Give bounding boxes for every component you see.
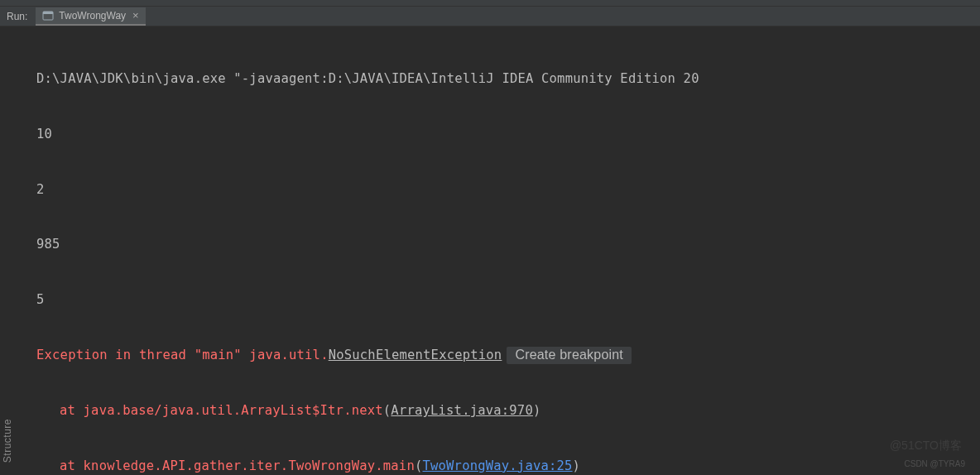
output-line: 2 — [36, 176, 960, 204]
output-line: 5 — [36, 286, 960, 314]
window-top-strip — [0, 0, 980, 7]
trace-prefix: at knowledge.API.gather.iter.TwoWrongWay… — [60, 458, 415, 473]
stack-trace-line: at java.base/java.util.ArrayList$Itr.nex… — [36, 397, 960, 425]
exception-prefix: Exception in thread "main" java.util. — [36, 348, 329, 362]
application-icon — [42, 10, 54, 22]
paren-close: ) — [533, 403, 541, 418]
output-line: 985 — [36, 231, 960, 258]
tab-name: TwoWrongWay — [59, 10, 126, 22]
trace-prefix: at java.base/java.util.ArrayList$Itr.nex… — [60, 403, 383, 418]
exception-class-link[interactable]: NoSuchElementException — [329, 348, 502, 362]
output-line: 10 — [36, 121, 960, 148]
paren-open: ( — [383, 403, 392, 418]
command-line: D:\JAVA\JDK\bin\java.exe "-javaagent:D:\… — [36, 65, 960, 93]
paren-close: ) — [573, 458, 581, 473]
watermark: CSDN @TYRA9 — [905, 459, 966, 468]
run-label: Run: — [7, 11, 27, 22]
console-output[interactable]: D:\JAVA\JDK\bin\java.exe "-javaagent:D:\… — [0, 26, 980, 475]
structure-tool-button[interactable]: Structure — [2, 419, 13, 463]
run-tab-bar: Run: TwoWrongWay × — [0, 7, 980, 26]
run-config-tab[interactable]: TwoWrongWay × — [36, 7, 145, 26]
source-link[interactable]: ArrayList.java:970 — [391, 403, 533, 418]
svg-rect-1 — [43, 12, 53, 14]
exception-line: Exception in thread "main" java.util.NoS… — [36, 341, 960, 369]
watermark: @51CTO博客 — [890, 439, 962, 453]
close-tab-icon[interactable]: × — [132, 9, 139, 22]
stack-trace-line: at knowledge.API.gather.iter.TwoWrongWay… — [36, 453, 960, 475]
source-link[interactable]: TwoWrongWay.java:25 — [422, 458, 572, 473]
create-breakpoint-button[interactable]: Create breakpoint — [507, 347, 632, 364]
